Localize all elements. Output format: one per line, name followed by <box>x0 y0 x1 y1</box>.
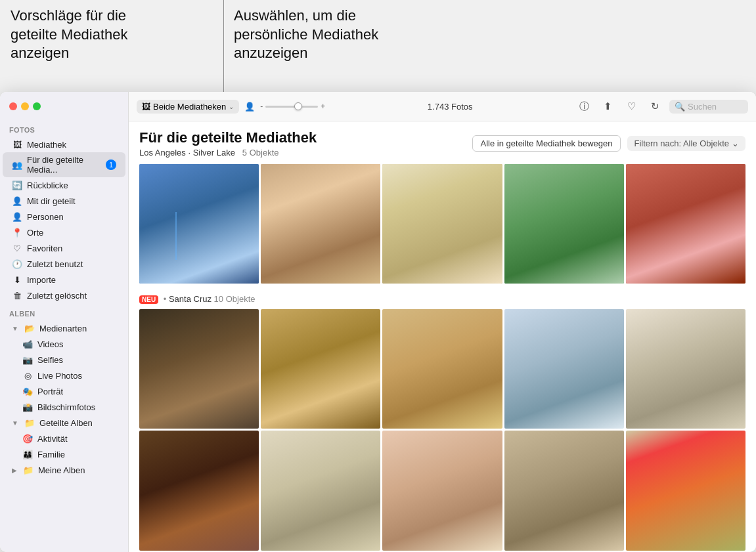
sidebar-item-shared-with-you[interactable]: 👤 Mit dir geteilt <box>3 193 125 209</box>
my-albums-icon: 📁 <box>23 465 33 475</box>
sidebar-item-shared-library[interactable]: 👥 Für die geteilte Media... 1 <box>3 152 125 177</box>
section-title-block: Für die geteilte Mediathek Los Angeles ·… <box>139 129 317 158</box>
sidebar-item-label: Medienarten <box>39 324 87 333</box>
photo-cell[interactable] <box>626 431 745 550</box>
photo-cell[interactable] <box>261 309 380 429</box>
rotate-button[interactable]: ↻ <box>646 97 664 116</box>
sidebar-item-rueckblicke[interactable]: 🔄 Rückblicke <box>3 177 125 193</box>
disclosure-icon: ▶ <box>12 467 17 474</box>
zoom-slider[interactable]: - + <box>260 102 325 111</box>
photo-cell[interactable] <box>504 164 624 284</box>
heart-button[interactable]: ♡ <box>622 97 640 116</box>
photo-cell[interactable] <box>504 309 624 429</box>
sidebar-item-label: Personen <box>27 212 64 222</box>
sidebar-item-label: Familie <box>37 450 65 459</box>
photo-cell[interactable] <box>139 309 259 429</box>
disclosure-icon: ▼ <box>12 325 18 332</box>
sidebar-item-zuletzt-geloescht[interactable]: 🗑 Zuletzt gelöscht <box>3 287 125 303</box>
section-title: Für die geteilte Mediathek <box>139 129 317 146</box>
sidebar-item-label: Mit dir geteilt <box>27 196 76 206</box>
photo-cell[interactable] <box>261 431 380 550</box>
faces-icon: 👤 <box>244 102 255 112</box>
sidebar-item-portrait[interactable]: 🎭 Porträt <box>3 383 125 399</box>
search-bar[interactable]: 🔍 Suchen <box>669 100 748 114</box>
filter-button[interactable]: Filtern nach: Alle Objekte ⌄ <box>627 136 745 151</box>
photo-cell[interactable] <box>504 431 624 550</box>
minimize-button[interactable] <box>21 102 29 110</box>
selfies-icon: 📷 <box>22 354 33 365</box>
faces-toggle-button[interactable]: 👤 <box>244 102 255 112</box>
photo-cell[interactable] <box>626 164 745 284</box>
slider-track[interactable] <box>265 106 318 108</box>
photo-cell[interactable] <box>626 309 745 429</box>
sidebar-item-personen[interactable]: 👤 Personen <box>3 209 125 224</box>
portrait-icon: 🎭 <box>22 386 33 396</box>
app-window: Fotos 🖼 Mediathek 👥 Für die geteilte Med… <box>0 92 756 552</box>
photo-cell[interactable] <box>139 431 259 550</box>
memories-icon: 🔄 <box>12 180 22 190</box>
sidebar-item-screenshots[interactable]: 📸 Bildschirmfotos <box>3 399 125 415</box>
sidebar-item-label: Selfies <box>37 355 63 365</box>
shared-albums-icon: 📁 <box>24 417 35 428</box>
sidebar-item-label: Für die geteilte Media... <box>27 155 101 175</box>
new-badge: NEU <box>139 295 158 304</box>
sidebar-item-videos[interactable]: 📹 Videos <box>3 336 125 352</box>
object-count-2b: 10 Objekte <box>214 294 256 304</box>
section-1-header: Für die geteilte Mediathek Los Angeles ·… <box>139 129 745 158</box>
photo-count: 1.743 Fotos <box>428 102 473 112</box>
sidebar-section-fotos: Fotos <box>0 119 128 137</box>
photo-cell[interactable] <box>382 431 502 550</box>
photo-cell[interactable] <box>382 164 502 284</box>
sidebar-item-selfies[interactable]: 📷 Selfies <box>3 352 125 368</box>
sidebar-item-medienarten[interactable]: ▼ 📂 Medienarten <box>3 320 125 336</box>
recently-deleted-icon: 🗑 <box>12 290 22 301</box>
sidebar-item-familie[interactable]: 👨‍👩‍👦 Familie <box>3 446 125 462</box>
photo-cell[interactable] <box>261 164 380 284</box>
slider-thumb[interactable] <box>294 102 302 110</box>
sidebar-item-label: Bildschirmfotos <box>37 402 95 412</box>
photo-grid-2 <box>139 309 745 550</box>
library-picker-label: Beide Mediatheken <box>153 102 226 112</box>
close-button[interactable] <box>9 102 17 110</box>
zoom-minus-icon[interactable]: - <box>260 102 263 111</box>
sidebar-item-meine-alben[interactable]: ▶ 📁 Meine Alben <box>3 462 125 478</box>
shared-library-icon: 👥 <box>12 159 22 170</box>
photo-cell[interactable] <box>139 164 259 284</box>
sidebar-item-importe[interactable]: ⬇ Importe <box>3 272 125 287</box>
photo-cell[interactable] <box>382 309 502 429</box>
zoom-plus-icon[interactable]: + <box>321 102 325 111</box>
filter-label: Filtern nach: Alle Objekte <box>634 138 729 148</box>
sidebar-item-aktivitaet[interactable]: 🎯 Aktivität <box>3 431 125 446</box>
maximize-button[interactable] <box>33 102 41 110</box>
info-button[interactable]: ⓘ <box>575 97 593 116</box>
sidebar-item-zuletzt-benutzt[interactable]: 🕐 Zuletzt benutzt <box>3 256 125 272</box>
search-icon: 🔍 <box>675 102 685 112</box>
toolbar: 🖼 Beide Mediatheken ⌄ 👤 - + 1.743 Fotos … <box>129 92 756 121</box>
annotation-left: Vorschläge für die geteilte Mediathek an… <box>0 0 223 92</box>
location-label: Los Angeles · Silver Lake <box>139 148 235 158</box>
library-picker[interactable]: 🖼 Beide Mediatheken ⌄ <box>137 100 239 114</box>
sidebar-item-mediathek[interactable]: 🖼 Mediathek <box>3 137 125 152</box>
imports-icon: ⬇ <box>12 274 22 285</box>
filter-chevron-icon: ⌄ <box>732 138 739 148</box>
sidebar-item-label: Porträt <box>37 387 63 396</box>
sidebar-item-live-photos[interactable]: ◎ Live Photos <box>3 368 125 383</box>
search-placeholder: Suchen <box>688 102 717 112</box>
sidebar-item-favoriten[interactable]: ♡ Favoriten <box>3 240 125 256</box>
family-icon: 👨‍👩‍👦 <box>22 449 33 459</box>
content-area[interactable]: Für die geteilte Mediathek Los Angeles ·… <box>129 121 756 552</box>
screenshots-icon: 📸 <box>22 402 33 412</box>
sidebar-item-label: Orte <box>27 228 43 238</box>
share-button[interactable]: ⬆ <box>598 97 617 116</box>
disclosure-icon: ▼ <box>12 419 18 427</box>
toolbar-center: 1.743 Fotos <box>330 102 569 112</box>
library-picker-icon: 🖼 <box>142 102 150 112</box>
sidebar-item-orte[interactable]: 📍 Orte <box>3 224 125 240</box>
live-photos-icon: ◎ <box>22 370 33 381</box>
move-to-shared-button[interactable]: Alle in geteilte Mediathek bewegen <box>472 135 621 152</box>
sidebar-item-label: Live Photos <box>37 371 82 381</box>
sidebar-item-label: Meine Alben <box>38 465 85 475</box>
sidebar-item-geteilte-alben[interactable]: ▼ 📁 Geteilte Alben <box>3 415 125 431</box>
sidebar-item-label: Videos <box>37 339 64 349</box>
activity-icon: 🎯 <box>22 433 33 444</box>
